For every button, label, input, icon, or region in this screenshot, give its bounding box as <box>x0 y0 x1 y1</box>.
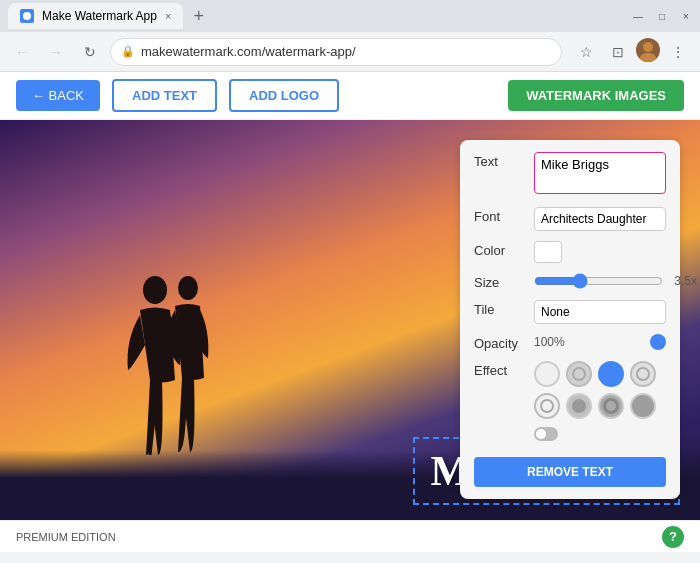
cast-button[interactable]: ⊡ <box>604 38 632 66</box>
font-setting-row: Font Architects Daughter Arial Times New… <box>474 207 666 231</box>
tab-favicon <box>20 9 34 23</box>
text-input-container <box>534 152 666 197</box>
opacity-indicator <box>650 334 666 350</box>
text-label: Text <box>474 152 526 169</box>
address-bar[interactable]: 🔒 makewatermark.com/watermark-app/ <box>110 38 562 66</box>
opacity-label: Opacity <box>474 334 526 351</box>
nav-icons: ☆ ⊡ ⋮ <box>572 38 692 66</box>
size-value: 3.5x <box>669 274 697 288</box>
effect-solid-blue[interactable] <box>598 361 624 387</box>
app-toolbar: ← BACK ADD TEXT ADD LOGO WATERMARK IMAGE… <box>0 72 700 120</box>
canvas-area: Mike Briggs Text Font Architects Daughte… <box>0 120 700 520</box>
new-tab-button[interactable]: + <box>187 4 210 29</box>
font-label: Font <box>474 207 526 224</box>
svg-point-0 <box>23 12 31 20</box>
tile-select-container: None Small Medium Large <box>534 300 666 324</box>
tab-title: Make Watermark App <box>42 9 157 23</box>
settings-panel: Text Font Architects Daughter Arial Time… <box>460 140 680 499</box>
opacity-control: 100% <box>534 334 666 350</box>
effect-gray-solid[interactable] <box>630 393 656 419</box>
tile-label: Tile <box>474 300 526 317</box>
size-setting-row: Size 3.5x <box>474 273 666 290</box>
effect-row-2 <box>534 393 666 419</box>
effect-light-outline[interactable] <box>630 361 656 387</box>
color-label: Color <box>474 241 526 258</box>
active-tab[interactable]: Make Watermark App × <box>8 3 183 29</box>
browser-nav-bar: ← → ↻ 🔒 makewatermark.com/watermark-app/… <box>0 32 700 72</box>
remove-text-button[interactable]: REMOVE TEXT <box>474 457 666 487</box>
text-input[interactable] <box>534 152 666 194</box>
maximize-button[interactable]: □ <box>656 10 668 22</box>
effect-label: Effect <box>474 361 526 378</box>
svg-point-4 <box>178 276 198 300</box>
color-setting-row: Color <box>474 241 666 263</box>
tile-select[interactable]: None Small Medium Large <box>534 300 666 324</box>
window-controls: — □ × <box>632 10 692 22</box>
effect-row-3 <box>534 425 666 441</box>
effect-dark-circle[interactable] <box>598 393 624 419</box>
footer: PREMIUM EDITION ? <box>0 520 700 552</box>
url-text: makewatermark.com/watermark-app/ <box>141 44 551 59</box>
watermark-images-button[interactable]: WATERMARK IMAGES <box>508 80 684 111</box>
bookmark-button[interactable]: ☆ <box>572 38 600 66</box>
help-button[interactable]: ? <box>662 526 684 548</box>
lock-icon: 🔒 <box>121 45 135 58</box>
opacity-setting-row: Opacity 100% <box>474 334 666 351</box>
effect-gray-circle[interactable] <box>566 393 592 419</box>
back-nav-button[interactable]: ← <box>8 38 36 66</box>
profile-avatar[interactable] <box>636 38 660 62</box>
svg-point-3 <box>143 276 167 304</box>
tab-close-btn[interactable]: × <box>165 10 171 22</box>
font-select-container: Architects Daughter Arial Times New Roma… <box>534 207 666 231</box>
add-text-button[interactable]: ADD TEXT <box>112 79 217 112</box>
opacity-value: 100% <box>534 335 565 349</box>
effect-setting-row: Effect <box>474 361 666 441</box>
effect-white-circle[interactable] <box>534 393 560 419</box>
silhouette <box>110 260 230 460</box>
color-swatch[interactable] <box>534 241 562 263</box>
add-logo-button[interactable]: ADD LOGO <box>229 79 339 112</box>
effect-outline1[interactable] <box>566 361 592 387</box>
tile-setting-row: Tile None Small Medium Large <box>474 300 666 324</box>
refresh-nav-button[interactable]: ↻ <box>76 38 104 66</box>
effect-none[interactable] <box>534 361 560 387</box>
svg-point-1 <box>643 42 653 52</box>
back-button[interactable]: ← BACK <box>16 80 100 111</box>
effect-row-1 <box>534 361 666 387</box>
color-picker-container <box>534 241 666 263</box>
effect-toggle[interactable] <box>534 427 558 441</box>
font-select[interactable]: Architects Daughter Arial Times New Roma… <box>534 207 666 231</box>
menu-button[interactable]: ⋮ <box>664 38 692 66</box>
size-slider[interactable] <box>534 273 663 289</box>
effect-options-container <box>534 361 666 441</box>
browser-title-bar: Make Watermark App × + — □ × <box>0 0 700 32</box>
close-button[interactable]: × <box>680 10 692 22</box>
size-label: Size <box>474 273 526 290</box>
edition-text: PREMIUM EDITION <box>16 531 116 543</box>
forward-nav-button[interactable]: → <box>42 38 70 66</box>
svg-point-2 <box>640 53 656 62</box>
minimize-button[interactable]: — <box>632 10 644 22</box>
text-setting-row: Text <box>474 152 666 197</box>
size-control: 3.5x <box>534 273 697 289</box>
